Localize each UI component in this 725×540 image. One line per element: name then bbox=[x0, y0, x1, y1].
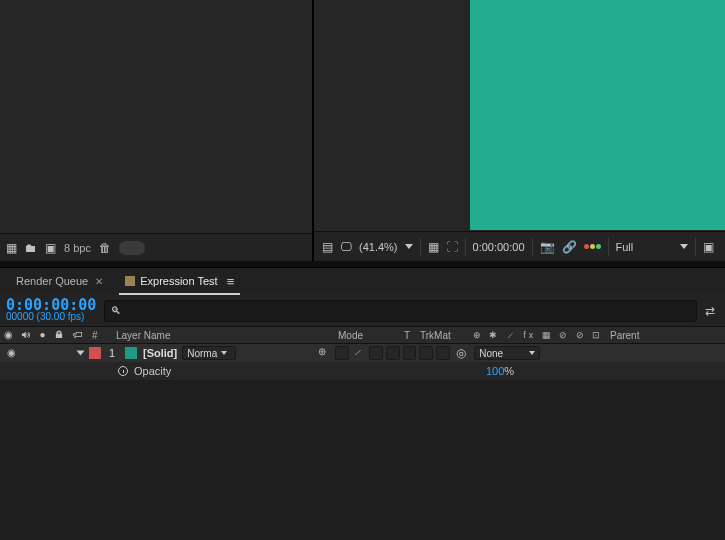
mode-col-header[interactable]: Mode bbox=[334, 330, 398, 341]
opacity-value[interactable]: 100 bbox=[486, 365, 504, 377]
mask-visibility-icon[interactable]: ⛶ bbox=[446, 241, 458, 253]
project-panel-footer: ▦ 🖿 ▣ 8 bpc 🗑 bbox=[0, 233, 312, 261]
switch-quality[interactable]: ⟋ bbox=[352, 346, 366, 360]
region-of-interest-icon[interactable]: ▣ bbox=[703, 241, 714, 253]
layer-twirl-icon[interactable] bbox=[77, 351, 85, 356]
panel-menu-icon[interactable]: ≡ bbox=[227, 274, 235, 289]
project-settings-icon[interactable]: ▦ bbox=[6, 242, 17, 254]
channel-buttons-icon[interactable] bbox=[584, 244, 601, 249]
new-folder-icon[interactable]: 🖿 bbox=[25, 242, 37, 254]
show-snapshot-icon[interactable]: 🔗 bbox=[562, 241, 577, 253]
close-icon[interactable]: ✕ bbox=[95, 276, 103, 287]
tab-render-queue[interactable]: Render Queue ✕ bbox=[8, 270, 111, 292]
stopwatch-icon[interactable] bbox=[118, 366, 128, 376]
new-comp-icon[interactable]: ▣ bbox=[45, 242, 56, 254]
zoom-readout[interactable]: (41.4%) bbox=[359, 241, 398, 253]
label-col-icon[interactable]: 🏷︎ bbox=[73, 330, 83, 340]
solid-preview-rectangle bbox=[470, 0, 725, 230]
composition-viewer: ▤ 🖵 (41.4%) ▦ ⛶ 0:00:00:00 📷 🔗 Full ▣ bbox=[314, 0, 725, 261]
resolution-dropdown[interactable]: Full bbox=[616, 241, 634, 253]
viewer-timecode[interactable]: 0:00:00:00 bbox=[473, 241, 525, 253]
parent-value: None bbox=[479, 348, 503, 359]
switch-motionblur[interactable] bbox=[403, 346, 417, 360]
switch-shy[interactable]: ⊕ bbox=[318, 346, 332, 360]
snapshot-icon[interactable]: 📷 bbox=[540, 241, 555, 253]
preview-area[interactable] bbox=[314, 0, 725, 231]
chevron-down-icon bbox=[221, 351, 227, 355]
layername-col-header[interactable]: Layer Name bbox=[112, 330, 334, 341]
viewer-ribbon: ▤ 🖵 (41.4%) ▦ ⛶ 0:00:00:00 📷 🔗 Full ▣ bbox=[314, 231, 725, 261]
switch-col-header[interactable]: ⊕ ✱ ⟋ fx ▦ ⊘ ⊘ ⊡ bbox=[472, 330, 604, 340]
mode-dropdown[interactable]: Norma bbox=[182, 346, 236, 360]
opacity-unit: % bbox=[504, 365, 514, 377]
layer-label-swatch[interactable] bbox=[89, 347, 101, 359]
t-col-header[interactable]: T bbox=[398, 330, 416, 341]
layer-color-swatch bbox=[125, 347, 137, 359]
opacity-row[interactable]: Opacity 100% bbox=[0, 362, 725, 380]
always-preview-icon[interactable]: ▤ bbox=[322, 241, 333, 253]
timeline-column-headers: ◉ 🔊︎ ● 🔒︎ 🏷︎ # Layer Name Mode T TrkMat … bbox=[0, 326, 725, 344]
project-search-pill[interactable] bbox=[119, 241, 145, 255]
parent-dropdown[interactable]: None bbox=[474, 346, 540, 360]
mode-value: Norma bbox=[187, 348, 217, 359]
tab-label: Render Queue bbox=[16, 275, 88, 287]
lock-col-icon[interactable]: 🔒︎ bbox=[54, 330, 64, 340]
audio-col-icon[interactable]: 🔊︎ bbox=[21, 330, 31, 340]
bpc-label[interactable]: 8 bpc bbox=[64, 242, 91, 254]
frame-info-readout: 00000 (30.00 fps) bbox=[6, 311, 96, 323]
timeline-panel: Render Queue ✕ Expression Test ≡ 0:00:00… bbox=[0, 267, 725, 540]
timeline-tabs: Render Queue ✕ Expression Test ≡ bbox=[0, 268, 725, 294]
search-icon: 🔍︎ bbox=[111, 306, 121, 316]
composition-tab-icon bbox=[125, 276, 135, 286]
solo-col-icon[interactable]: ● bbox=[40, 330, 46, 340]
project-panel: ▦ 🖿 ▣ 8 bpc 🗑 bbox=[0, 0, 314, 261]
opacity-label: Opacity bbox=[134, 365, 171, 377]
switch-frameblend[interactable] bbox=[386, 346, 400, 360]
current-time-readout[interactable]: 0:00:00:00 bbox=[6, 299, 96, 311]
switch-adjustment[interactable] bbox=[419, 346, 433, 360]
tab-expression-test[interactable]: Expression Test ≡ bbox=[117, 270, 242, 292]
timeline-header: 0:00:00:00 00000 (30.00 fps) 🔍︎ ⇄ bbox=[0, 294, 725, 326]
layer-name[interactable]: [Solid] bbox=[143, 347, 177, 359]
project-panel-viewport[interactable] bbox=[0, 0, 312, 233]
video-col-icon[interactable]: ◉ bbox=[4, 330, 13, 340]
timeline-search-input[interactable]: 🔍︎ bbox=[104, 300, 697, 322]
chevron-down-icon bbox=[529, 351, 535, 355]
zoom-chevron-icon[interactable] bbox=[405, 244, 413, 249]
switch-collapse[interactable] bbox=[335, 346, 349, 360]
graph-editor-toggle-icon[interactable]: ⇄ bbox=[705, 305, 715, 317]
trkmat-col-header[interactable]: TrkMat bbox=[416, 330, 472, 341]
monitor-icon[interactable]: 🖵 bbox=[340, 241, 352, 253]
transparency-grid-icon[interactable]: ▦ bbox=[428, 241, 439, 253]
switch-3d[interactable] bbox=[436, 346, 450, 360]
tab-label: Expression Test bbox=[140, 275, 217, 287]
layer-index: 1 bbox=[101, 347, 125, 359]
layer-row[interactable]: ◉ 1 [Solid] Norma ⊕ ⟋ bbox=[0, 344, 725, 362]
parent-col-header[interactable]: Parent bbox=[604, 330, 725, 341]
index-col-header[interactable]: # bbox=[88, 330, 112, 341]
pickwhip-icon[interactable]: ◎ bbox=[456, 346, 466, 360]
switch-fx[interactable] bbox=[369, 346, 383, 360]
resolution-chevron-icon[interactable] bbox=[680, 244, 688, 249]
delete-icon[interactable]: 🗑 bbox=[99, 242, 111, 254]
layer-video-toggle[interactable]: ◉ bbox=[7, 348, 16, 358]
